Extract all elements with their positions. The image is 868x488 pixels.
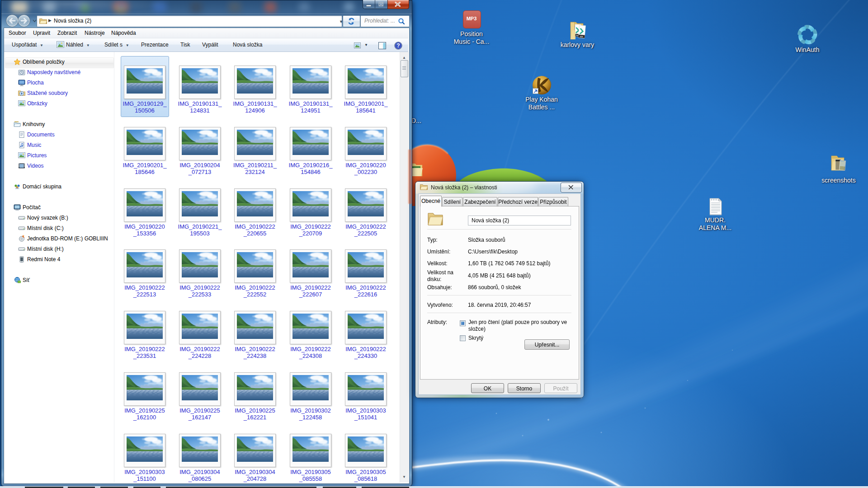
svg-text:MA: MA bbox=[580, 35, 584, 38]
svg-text:?: ? bbox=[396, 42, 400, 49]
